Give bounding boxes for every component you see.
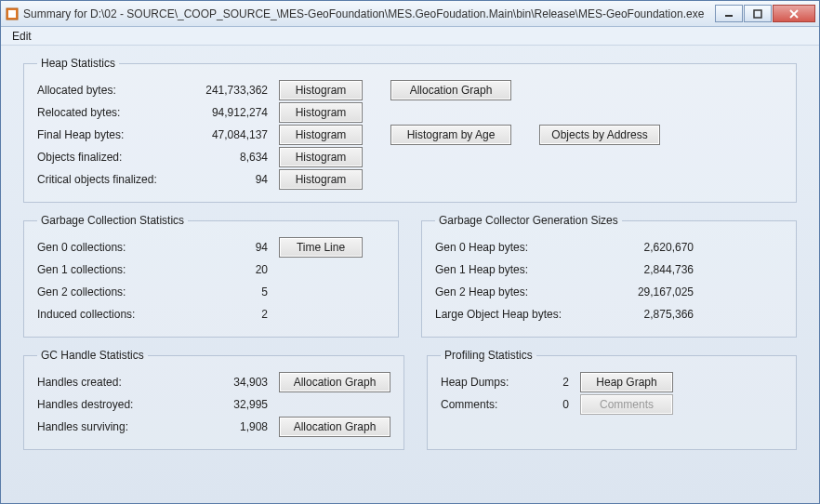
allocated-histogram-button[interactable]: Histogram — [279, 80, 363, 100]
objfinal-value: 8,634 — [195, 151, 279, 164]
critfinal-value: 94 — [195, 173, 279, 186]
gensize1-value: 2,844,736 — [621, 263, 705, 276]
objfinal-label: Objects finalized: — [37, 151, 195, 164]
finalheap-histogram-button[interactable]: Histogram — [279, 125, 363, 145]
gensize2-value: 29,167,025 — [621, 285, 705, 298]
maximize-button[interactable] — [744, 5, 772, 22]
gen1-label: Gen 1 collections: — [37, 263, 195, 276]
gen2-value: 5 — [195, 285, 279, 298]
comments-value: 0 — [552, 398, 580, 411]
svg-rect-3 — [754, 10, 761, 18]
handles-legend: GC Handle Statistics — [37, 349, 148, 362]
titlebar[interactable]: Summary for D:\02 - SOURCE\_COOP_SOURCE_… — [1, 1, 819, 27]
gen-sizes-group: Garbage Collector Generation Sizes Gen 0… — [421, 214, 797, 338]
hdestroyed-value: 32,995 — [195, 398, 279, 411]
hcreated-allocgraph-button[interactable]: Allocation Graph — [279, 372, 390, 392]
objects-by-address-button[interactable]: Objects by Address — [539, 125, 660, 145]
hdestroyed-label: Handles destroyed: — [37, 398, 195, 411]
gensize0-value: 2,620,670 — [621, 241, 705, 254]
app-icon — [5, 7, 20, 21]
gen0-value: 94 — [195, 241, 279, 254]
gen0-label: Gen 0 collections: — [37, 241, 195, 254]
gen1-value: 20 — [195, 263, 279, 276]
client-area: Heap Statistics Allocated bytes: 241,733… — [1, 46, 819, 472]
heap-legend: Heap Statistics — [37, 57, 119, 70]
loh-value: 2,875,366 — [621, 308, 705, 321]
gc-handle-group: GC Handle Statistics Handles created: 34… — [23, 349, 404, 450]
allocated-value: 241,733,362 — [195, 84, 279, 97]
comments-button: Comments — [580, 394, 673, 415]
app-window: Summary for D:\02 - SOURCE\_COOP_SOURCE_… — [0, 0, 820, 504]
relocated-label: Relocated bytes: — [37, 106, 195, 119]
menubar: Edit — [1, 27, 819, 46]
allocated-label: Allocated bytes: — [37, 84, 195, 97]
finalheap-value: 47,084,137 — [195, 128, 279, 141]
hsurviving-value: 1,908 — [195, 420, 279, 433]
hcreated-value: 34,903 — [195, 376, 279, 389]
timeline-button[interactable]: Time Line — [279, 237, 363, 258]
gensize1-label: Gen 1 Heap bytes: — [435, 263, 621, 276]
heapdumps-value: 2 — [552, 376, 580, 389]
critfinal-histogram-button[interactable]: Histogram — [279, 169, 363, 190]
induced-label: Induced collections: — [37, 308, 195, 321]
heapdumps-label: Heap Dumps: — [441, 376, 552, 389]
relocated-value: 94,912,274 — [195, 106, 279, 119]
allocation-graph-button[interactable]: Allocation Graph — [390, 80, 511, 100]
histogram-by-age-button[interactable]: Histogram by Age — [390, 125, 511, 145]
relocated-histogram-button[interactable]: Histogram — [279, 102, 363, 123]
hcreated-label: Handles created: — [37, 376, 195, 389]
hsurviving-label: Handles surviving: — [37, 420, 195, 433]
hsurviving-allocgraph-button[interactable]: Allocation Graph — [279, 417, 390, 437]
profiling-legend: Profiling Statistics — [441, 349, 536, 362]
comments-label: Comments: — [441, 398, 552, 411]
loh-label: Large Object Heap bytes: — [435, 308, 621, 321]
gensize2-label: Gen 2 Heap bytes: — [435, 285, 621, 298]
gc-statistics-group: Garbage Collection Statistics Gen 0 coll… — [23, 214, 399, 338]
window-title: Summary for D:\02 - SOURCE\_COOP_SOURCE_… — [23, 7, 714, 20]
induced-value: 2 — [195, 308, 279, 321]
gensizes-legend: Garbage Collector Generation Sizes — [435, 214, 622, 227]
profiling-group: Profiling Statistics Heap Dumps: 2 Heap … — [427, 349, 797, 450]
minimize-button[interactable] — [715, 5, 743, 22]
critfinal-label: Critical objects finalized: — [37, 173, 195, 186]
gensize0-label: Gen 0 Heap bytes: — [435, 241, 621, 254]
close-button[interactable] — [773, 5, 815, 22]
gc-legend: Garbage Collection Statistics — [37, 214, 188, 227]
window-controls — [714, 5, 815, 22]
objfinal-histogram-button[interactable]: Histogram — [279, 147, 363, 167]
finalheap-label: Final Heap bytes: — [37, 128, 195, 141]
svg-rect-1 — [8, 10, 16, 18]
gen2-label: Gen 2 collections: — [37, 285, 195, 298]
menu-edit[interactable]: Edit — [5, 28, 39, 45]
heapgraph-button[interactable]: Heap Graph — [580, 372, 673, 392]
heap-statistics-group: Heap Statistics Allocated bytes: 241,733… — [23, 57, 797, 203]
